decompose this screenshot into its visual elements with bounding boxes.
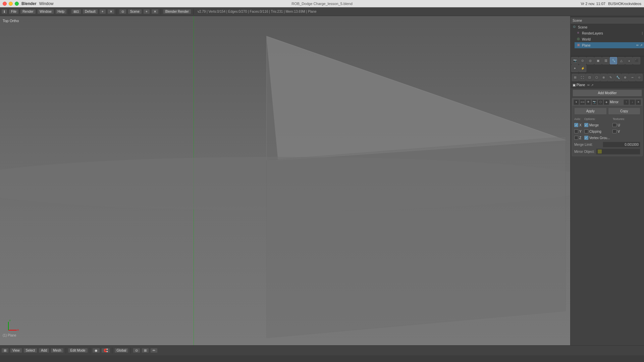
axis-z-row: Z [574, 135, 582, 140]
props-object-edit-icon: ✏ ↗ [587, 83, 594, 87]
subicon-9[interactable]: ⊸ [629, 74, 636, 81]
bottom-add-menu[interactable]: Add [39, 348, 49, 353]
modifier-cage-icon[interactable]: ◈ [604, 100, 609, 105]
render-engine-dropdown[interactable]: Blender Render [163, 9, 191, 14]
subicon-6[interactable]: ✎ [607, 74, 614, 81]
scene-icon[interactable]: ⊙ [119, 9, 126, 14]
props-object-name: ▣ Plane ✏ ↗ [571, 82, 644, 88]
snap-icon[interactable]: 🧲 [101, 348, 110, 353]
clipping-label: Clipping [589, 130, 601, 133]
subicon-8[interactable]: ⊕ [622, 74, 628, 81]
texture-u-checkbox[interactable] [612, 123, 616, 127]
axis-x-checkbox[interactable] [574, 123, 578, 127]
del-screen[interactable]: ✕ [107, 9, 115, 14]
proportional-edit[interactable]: ⊙ [133, 348, 140, 353]
screen-layout-icons[interactable]: ⊞⊡ [71, 9, 81, 14]
minimize-button[interactable] [9, 2, 13, 6]
props-object-name-value: Plane [577, 83, 585, 87]
add-modifier-button[interactable]: Add Modifier [573, 89, 642, 97]
menu-window[interactable]: Window [39, 1, 54, 6]
modifier-type-icon[interactable]: ⟺ [580, 100, 585, 105]
outliner-item-scene[interactable]: ⊙ Scene [571, 24, 644, 30]
grease-pencil[interactable]: ✏ [150, 348, 158, 353]
screen-layout-dropdown[interactable]: Default [83, 9, 98, 14]
modifier-down-icon[interactable]: ↓ [630, 100, 635, 105]
snap-button[interactable]: ⊞ [142, 348, 149, 353]
properties-panel: 📷 ⊙ ◎ ▣ ⛓ 🔧 △ ⬥ ⬛ ✦ ⚡ ⊞ ⛶ ⊡ ⬡ ⊗ ✎ 🔧 [571, 56, 644, 345]
subicon-4[interactable]: ⬡ [593, 74, 600, 81]
title-bar-filename: ROB_Dodge Charge_lesson_5.blend [291, 2, 353, 6]
info-icon[interactable]: ℹ [1, 9, 7, 14]
close-button[interactable] [3, 2, 7, 6]
subicon-3[interactable]: ⊡ [586, 74, 593, 81]
app-name: Blender [21, 1, 37, 6]
mirror-object-label: Mirror Object: [574, 150, 595, 154]
subicon-5[interactable]: ⊗ [600, 74, 607, 81]
bottom-sep3 [112, 348, 112, 354]
merge-limit-value[interactable]: 0.001000 [603, 142, 640, 147]
subicon-1[interactable]: ⊞ [572, 74, 579, 81]
subicon-10[interactable]: ⊹ [636, 74, 643, 81]
props-scene-icon[interactable]: ⊙ [579, 57, 586, 64]
props-constraint-icon[interactable]: ⛓ [602, 57, 609, 64]
svg-text:X: X [17, 328, 19, 331]
outliner-item-plane[interactable]: ▣ Plane ✏ ↗ [575, 42, 644, 48]
bottom-viewport-icon[interactable]: ⊞ [1, 348, 9, 353]
transform-orientation[interactable]: Global [114, 348, 129, 353]
modifier-close-icon[interactable]: ✕ [636, 100, 641, 105]
outliner-item-renderlayers[interactable]: ≡ RenderLayers | [575, 30, 644, 36]
window-menu[interactable]: Window [37, 9, 54, 14]
add-screen[interactable]: + [99, 9, 106, 14]
3d-viewport[interactable]: Top Ortho [0, 16, 570, 345]
props-particles-icon[interactable]: ✦ [571, 65, 579, 72]
props-data-icon[interactable]: △ [618, 57, 625, 64]
modifier-up-icon[interactable]: ↑ [624, 100, 629, 105]
title-bar: Blender Window ROB_Dodge Charge_lesson_5… [0, 0, 644, 7]
clipping-checkbox[interactable] [584, 129, 588, 133]
vertex-groups-row: Vertex Grou... [584, 135, 610, 140]
axis-column: Axis: X Y Z [574, 117, 582, 140]
props-physics-icon[interactable]: ⚡ [579, 65, 586, 72]
file-menu[interactable]: File [9, 9, 19, 14]
bottom-view-menu[interactable]: View [10, 348, 22, 353]
texture-v-row: V [612, 129, 625, 134]
options-title: Options: [584, 117, 610, 121]
del-scene[interactable]: ✕ [151, 9, 159, 14]
props-world-icon[interactable]: ◎ [587, 57, 594, 64]
axis-y-checkbox[interactable] [574, 129, 578, 133]
pivot-icon[interactable]: ◉ [92, 348, 100, 353]
vertex-groups-checkbox[interactable] [584, 136, 588, 140]
axis-z-checkbox[interactable] [574, 136, 578, 140]
merge-row: Merge [584, 122, 610, 128]
viewport-geometry [0, 16, 570, 345]
apply-button[interactable]: Apply [574, 108, 607, 115]
scene-dropdown[interactable]: Scene [128, 9, 142, 14]
props-material-icon[interactable]: ⬥ [625, 57, 633, 64]
props-render-icon[interactable]: 📷 [571, 57, 579, 64]
modifier-render-icon[interactable]: 📷 [592, 100, 597, 105]
modifier-realtime-icon[interactable]: 👁 [586, 100, 591, 105]
render-menu[interactable]: Render [20, 9, 36, 14]
viewport-label: Top Ortho [3, 19, 19, 23]
merge-limit-label: Merge Limit: [574, 143, 603, 146]
props-object-icon[interactable]: ▣ [594, 57, 602, 64]
modifier-expand-icon[interactable]: ▾ [574, 100, 579, 105]
props-texture-icon[interactable]: ⬛ [633, 57, 640, 64]
outliner-item-world[interactable]: ◎ World [575, 36, 644, 42]
bottom-mesh-menu[interactable]: Mesh [51, 348, 63, 353]
username: BUSHOKrockvideos [608, 2, 641, 6]
modifier-editmode-icon[interactable]: ⬡ [598, 100, 603, 105]
props-modifier-icon[interactable]: 🔧 [610, 57, 617, 64]
subicon-7[interactable]: 🔧 [614, 74, 621, 81]
mirror-object-field[interactable] [596, 148, 640, 155]
help-menu[interactable]: Help [55, 9, 67, 14]
copy-button[interactable]: Copy [608, 108, 641, 115]
bottom-select-menu[interactable]: Select [23, 348, 38, 353]
add-scene[interactable]: + [143, 9, 150, 14]
texture-v-checkbox[interactable] [612, 129, 616, 133]
bottom-sep1 [66, 348, 66, 354]
maximize-button[interactable] [15, 2, 19, 6]
edit-mode-dropdown[interactable]: Edit Mode [68, 348, 88, 353]
merge-checkbox[interactable] [584, 123, 588, 127]
subicon-2[interactable]: ⛶ [579, 74, 586, 81]
